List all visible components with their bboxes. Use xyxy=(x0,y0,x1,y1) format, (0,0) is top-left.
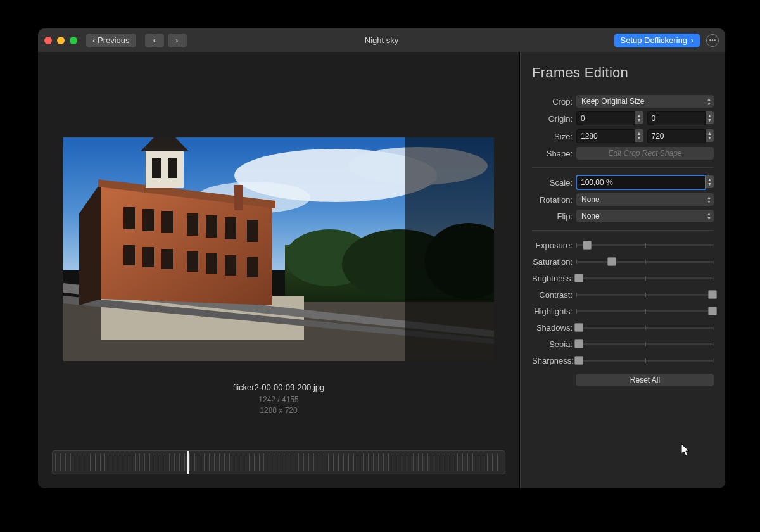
sepia-label: Sepia: xyxy=(532,339,573,349)
slider-tick xyxy=(714,358,714,363)
slider-tick xyxy=(645,309,646,314)
crop-select[interactable]: Keep Original Size ▲▼ xyxy=(576,95,714,108)
chevron-updown-icon: ▲▼ xyxy=(707,195,711,204)
brightness-label: Brightness: xyxy=(532,274,573,283)
toolbar-right: Setup Deflickering › ••• xyxy=(614,34,719,48)
scrubber-playhead[interactable] xyxy=(187,451,189,474)
divider xyxy=(532,230,714,231)
frame-dimensions: 1280 x 720 xyxy=(38,405,519,416)
titlebar: ‹ Previous ‹ › Night sky Setup Deflicker… xyxy=(38,28,725,52)
previous-button-label: Previous xyxy=(98,35,130,45)
svg-rect-25 xyxy=(187,251,198,272)
zoom-icon[interactable] xyxy=(70,37,77,44)
crop-select-value: Keep Original Size xyxy=(581,97,644,106)
highlights-slider-knob[interactable] xyxy=(708,307,717,315)
divider xyxy=(532,167,714,168)
svg-rect-16 xyxy=(142,209,154,231)
size-w-field[interactable]: 1280 xyxy=(576,129,635,143)
origin-x-stepper[interactable]: ▲▼ xyxy=(635,111,643,124)
shadows-row: Shadows: xyxy=(532,320,714,334)
brightness-slider-knob[interactable] xyxy=(574,274,583,282)
shadows-slider[interactable] xyxy=(576,322,714,333)
previous-button[interactable]: ‹ Previous xyxy=(86,34,136,48)
rotation-select[interactable]: None ▲▼ xyxy=(576,193,714,206)
slider-tick xyxy=(645,276,646,281)
shadows-label: Shadows: xyxy=(532,323,573,332)
sepia-slider[interactable] xyxy=(576,338,714,350)
size-h-stepper[interactable]: ▲▼ xyxy=(706,129,714,142)
size-w-stepper[interactable]: ▲▼ xyxy=(635,129,643,142)
svg-rect-26 xyxy=(206,253,217,274)
brightness-slider[interactable] xyxy=(576,272,714,284)
edit-crop-shape-button[interactable]: Edit Crop Rect Shape xyxy=(576,147,714,160)
origin-y-stepper[interactable]: ▲▼ xyxy=(706,111,714,124)
more-icon[interactable]: ••• xyxy=(706,34,719,47)
flip-select[interactable]: None ▲▼ xyxy=(576,210,714,222)
chevron-updown-icon: ▲▼ xyxy=(707,212,711,220)
chevron-right-icon: › xyxy=(691,37,694,44)
saturation-slider[interactable] xyxy=(576,256,714,267)
history-group: ‹ › xyxy=(145,34,187,48)
scale-field[interactable]: 100,00 % xyxy=(576,175,706,189)
sharpness-slider[interactable] xyxy=(576,355,714,366)
sharpness-slider-knob[interactable] xyxy=(574,356,583,365)
scale-stepper[interactable]: ▲▼ xyxy=(706,175,714,188)
contrast-label: Contrast: xyxy=(532,290,573,300)
timeline-scrubber[interactable] xyxy=(52,450,505,474)
svg-rect-24 xyxy=(162,249,173,269)
reset-all-button[interactable]: Reset All xyxy=(576,374,714,386)
preview-pane: flicker2-00-00-09-200.jpg 1242 / 4155 12… xyxy=(38,52,520,488)
close-icon[interactable] xyxy=(44,37,52,44)
back-button[interactable]: ‹ xyxy=(145,34,164,48)
chevron-left-icon: ‹ xyxy=(92,37,95,44)
exposure-slider[interactable] xyxy=(576,239,714,251)
svg-rect-23 xyxy=(142,247,154,267)
origin-label: Origin: xyxy=(532,114,573,124)
saturation-label: Saturation: xyxy=(532,257,573,267)
svg-rect-18 xyxy=(187,213,198,236)
svg-rect-27 xyxy=(225,255,236,276)
slider-tick xyxy=(714,342,714,346)
svg-rect-31 xyxy=(168,158,177,178)
origin-y-field[interactable]: 0 xyxy=(647,111,706,125)
svg-rect-15 xyxy=(124,207,135,229)
slider-tick xyxy=(714,260,714,264)
rotation-label: Rotation: xyxy=(532,195,573,205)
contrast-row: Contrast: xyxy=(532,288,714,301)
slider-tick xyxy=(576,309,577,314)
slider-tick xyxy=(714,276,714,281)
origin-x-field[interactable]: 0 xyxy=(576,111,635,125)
exposure-row: Exposure: xyxy=(532,238,714,252)
shadows-slider-knob[interactable] xyxy=(574,323,583,332)
preview-image[interactable] xyxy=(63,137,494,361)
highlights-row: Highlights: xyxy=(532,304,714,318)
exposure-slider-knob[interactable] xyxy=(583,241,592,250)
forward-button[interactable]: › xyxy=(168,34,187,48)
highlights-label: Highlights: xyxy=(532,307,573,316)
shape-label: Shape: xyxy=(532,149,573,158)
slider-tick xyxy=(714,243,714,248)
crop-label: Crop: xyxy=(532,97,573,106)
scale-label: Scale: xyxy=(532,178,573,187)
svg-rect-35 xyxy=(405,137,494,361)
svg-rect-30 xyxy=(152,158,161,178)
slider-tick xyxy=(645,342,646,346)
sepia-slider-knob[interactable] xyxy=(574,339,583,348)
contrast-slider-knob[interactable] xyxy=(708,290,717,299)
slider-tick xyxy=(645,260,646,264)
setup-deflickering-label: Setup Deflickering xyxy=(621,35,688,45)
svg-rect-28 xyxy=(247,257,258,277)
setup-deflickering-button[interactable]: Setup Deflickering › xyxy=(614,34,700,48)
contrast-slider[interactable] xyxy=(576,289,714,300)
saturation-row: Saturation: xyxy=(532,255,714,269)
svg-rect-34 xyxy=(234,185,243,210)
highlights-slider[interactable] xyxy=(576,305,714,317)
saturation-slider-knob[interactable] xyxy=(607,257,616,266)
svg-rect-20 xyxy=(225,217,236,239)
size-h-field[interactable]: 720 xyxy=(647,129,706,143)
minimize-icon[interactable] xyxy=(57,37,65,44)
chevron-updown-icon: ▲▼ xyxy=(707,97,711,106)
panel-title: Frames Edition xyxy=(532,65,714,81)
app-body: flicker2-00-00-09-200.jpg 1242 / 4155 12… xyxy=(38,52,725,488)
svg-rect-29 xyxy=(146,150,184,188)
